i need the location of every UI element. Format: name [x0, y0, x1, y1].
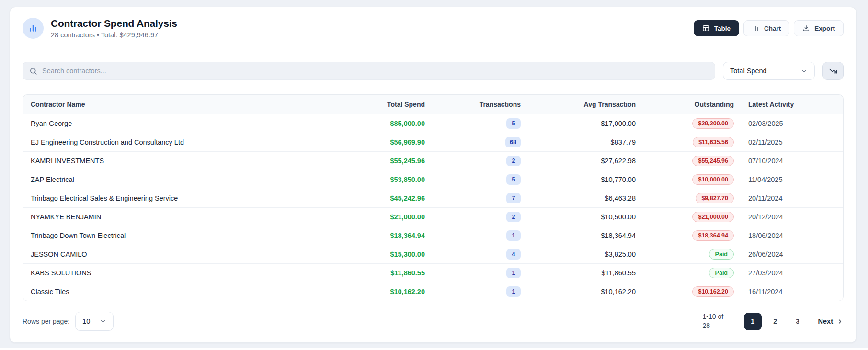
- total-spend-cell: $56,969.90: [330, 133, 433, 151]
- total-spend-cell: $45,242.96: [330, 189, 433, 207]
- trending-down-icon: [829, 67, 838, 76]
- rows-per-page-label: Rows per page:: [23, 317, 69, 325]
- col-header-total-spend[interactable]: Total Spend: [330, 95, 433, 114]
- table-row[interactable]: ZAP Electrical$53,850.005$10,770.00$10,0…: [23, 170, 844, 189]
- contractor-name-cell: Ryan George: [23, 114, 330, 133]
- outstanding-cell: $55,245.96: [643, 151, 742, 170]
- table-row[interactable]: Trinbago Electrical Sales & Engineering …: [23, 189, 844, 207]
- contractor-name-cell: NYAMKYE BENJAMIN: [23, 207, 330, 226]
- outstanding-badge: $29,200.00: [692, 118, 734, 129]
- transactions-cell: 5: [433, 170, 528, 189]
- outstanding-cell: $29,200.00: [643, 114, 742, 133]
- transactions-cell: 2: [433, 207, 528, 226]
- col-header-avg-transaction[interactable]: Avg Transaction: [528, 95, 643, 114]
- avg-transaction-cell: $6,463.28: [528, 189, 643, 207]
- table-row[interactable]: EJ Engineering Construction and Consulta…: [23, 133, 844, 151]
- avg-transaction-cell: $10,770.00: [528, 170, 643, 189]
- outstanding-cell: Paid: [643, 245, 742, 263]
- table-row[interactable]: JESSON CAMILO$15,300.004$3,825.00Paid26/…: [23, 245, 844, 263]
- table-row[interactable]: Trinbago Down Town Electrical$18,364.941…: [23, 226, 844, 245]
- page-subtitle: 28 contractors • Total: $429,946.97: [51, 31, 177, 39]
- contractor-name-cell: Classic Tiles: [23, 282, 330, 301]
- export-label: Export: [814, 25, 835, 32]
- contractor-table: Contractor Name Total Spend Transactions…: [23, 95, 844, 301]
- col-header-latest-activity[interactable]: Latest Activity: [742, 95, 844, 114]
- outstanding-cell: $10,000.00: [643, 170, 742, 189]
- col-header-contractor-name[interactable]: Contractor Name: [23, 95, 330, 114]
- rows-per-page-select[interactable]: 10: [75, 312, 114, 331]
- bar-chart-avatar: [23, 18, 44, 39]
- avg-transaction-cell: $3,825.00: [528, 245, 643, 263]
- table-row[interactable]: Classic Tiles$10,162.201$10,162.20$10,16…: [23, 282, 844, 301]
- page-button-2[interactable]: 2: [766, 313, 784, 330]
- latest-activity-cell: 07/10/2024: [742, 151, 844, 170]
- header-left: Contractor Spend Analysis 28 contractors…: [23, 18, 177, 39]
- next-page-label: Next: [818, 317, 833, 325]
- total-spend-cell: $18,364.94: [330, 226, 433, 245]
- transactions-count-badge: 2: [506, 156, 521, 166]
- transactions-cell: 68: [433, 133, 528, 151]
- transactions-count-badge: 5: [506, 118, 521, 129]
- outstanding-badge: $11,635.56: [693, 137, 734, 147]
- bar-chart-icon: [28, 23, 38, 34]
- avg-transaction-cell: $837.79: [528, 133, 643, 151]
- avg-transaction-cell: $10,162.20: [528, 282, 643, 301]
- table-row[interactable]: KABS SOLUTIONS$11,860.551$11,860.55Paid2…: [23, 263, 844, 282]
- rows-per-page-value: 10: [82, 317, 90, 325]
- latest-activity-cell: 18/06/2024: [742, 226, 844, 245]
- page-button-1[interactable]: 1: [744, 313, 762, 330]
- rows-per-page: Rows per page: 10: [23, 312, 114, 331]
- latest-activity-cell: 26/06/2024: [742, 245, 844, 263]
- bottom-strip: [0, 348, 868, 350]
- outstanding-badge: $55,245.96: [692, 156, 734, 166]
- transactions-cell: 2: [433, 151, 528, 170]
- contractor-name-cell: Trinbago Electrical Sales & Engineering …: [23, 189, 330, 207]
- total-spend-cell: $10,162.20: [330, 282, 433, 301]
- table-frame: Contractor Name Total Spend Transactions…: [23, 94, 844, 301]
- sort-by-value: Total Spend: [730, 67, 767, 75]
- card-header: Contractor Spend Analysis 28 contractors…: [10, 7, 856, 49]
- table-body: Ryan George$85,000.005$17,000.00$29,200.…: [23, 114, 844, 301]
- table-view-label: Table: [714, 25, 731, 32]
- transactions-count-badge: 68: [505, 137, 521, 147]
- transactions-count-badge: 7: [506, 193, 521, 203]
- transactions-cell: 1: [433, 282, 528, 301]
- header-actions: Table Chart: [694, 20, 844, 36]
- total-spend-cell: $53,850.00: [330, 170, 433, 189]
- col-header-transactions[interactable]: Transactions: [433, 95, 528, 114]
- avg-transaction-cell: $18,364.94: [528, 226, 643, 245]
- contractor-name-cell: Trinbago Down Town Electrical: [23, 226, 330, 245]
- page-button-3[interactable]: 3: [789, 313, 807, 330]
- table-row[interactable]: NYAMKYE BENJAMIN$21,000.002$10,500.00$21…: [23, 207, 844, 226]
- sort-by-select[interactable]: Total Spend: [723, 62, 815, 80]
- col-header-outstanding[interactable]: Outstanding: [643, 95, 742, 114]
- transactions-count-badge: 1: [506, 286, 521, 297]
- chevron-down-icon: [100, 318, 106, 325]
- transactions-cell: 4: [433, 245, 528, 263]
- latest-activity-cell: 16/11/2024: [742, 282, 844, 301]
- table-row[interactable]: KAMRI INVESTMENTS$55,245.962$27,622.98$5…: [23, 151, 844, 170]
- avg-transaction-cell: $10,500.00: [528, 207, 643, 226]
- outstanding-cell: Paid: [643, 263, 742, 282]
- search-input[interactable]: [42, 67, 708, 75]
- chevron-right-icon: [836, 318, 844, 325]
- sort-direction-button[interactable]: [822, 62, 844, 80]
- contractor-name-cell: KAMRI INVESTMENTS: [23, 151, 330, 170]
- outstanding-cell: $10,162.20: [643, 282, 742, 301]
- transactions-cell: 7: [433, 189, 528, 207]
- chart-view-button[interactable]: Chart: [743, 20, 789, 36]
- next-page-button[interactable]: Next: [818, 317, 844, 325]
- outstanding-cell: $18,364.94: [643, 226, 742, 245]
- paid-badge: Paid: [709, 249, 734, 260]
- latest-activity-cell: 20/11/2024: [742, 189, 844, 207]
- table-view-button[interactable]: Table: [694, 20, 739, 36]
- total-spend-cell: $21,000.00: [330, 207, 433, 226]
- transactions-count-badge: 1: [506, 230, 521, 241]
- search-box: [23, 62, 715, 80]
- outstanding-cell: $21,000.00: [643, 207, 742, 226]
- outstanding-badge: $10,000.00: [692, 174, 734, 185]
- latest-activity-cell: 02/03/2025: [742, 114, 844, 133]
- latest-activity-cell: 27/03/2024: [742, 263, 844, 282]
- export-button[interactable]: Export: [794, 20, 844, 36]
- table-row[interactable]: Ryan George$85,000.005$17,000.00$29,200.…: [23, 114, 844, 133]
